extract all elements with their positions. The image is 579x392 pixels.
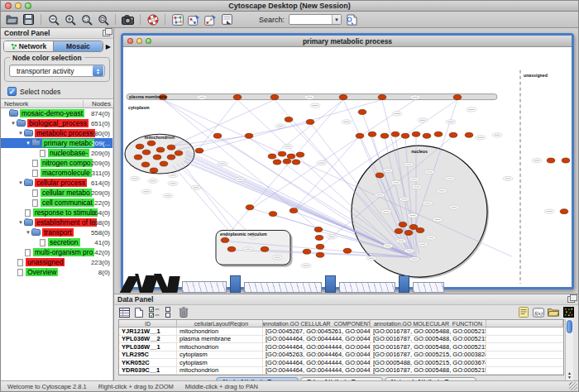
search-input-combo[interactable]: ▼ [289, 14, 342, 25]
tree-item-cellular-process[interactable]: ▼cellular process614(0) [1, 178, 112, 188]
tree-item-primary-metabo[interactable]: ▼primary metabo209(... [1, 138, 112, 148]
graph-node[interactable] [233, 95, 242, 100]
tree-item-transport[interactable]: ▼transport558(0) [1, 227, 112, 237]
table-row[interactable]: YKR052Ccytoplasm[GO:0044464, GO:0044444,… [119, 359, 563, 367]
node-color-attribute-select[interactable]: transporter activity ▲▼ [9, 65, 105, 77]
graph-node[interactable] [195, 148, 203, 153]
tree-item-overview[interactable]: Overview8(0) [1, 267, 112, 277]
graph-edge[interactable] [177, 164, 247, 231]
graph-node[interactable] [167, 155, 175, 160]
zoom-fit-icon[interactable] [97, 13, 109, 26]
graph-node[interactable] [290, 208, 298, 213]
annotation-form-icon[interactable] [221, 13, 233, 26]
graph-edge[interactable] [173, 165, 229, 231]
column-header[interactable] [486, 320, 563, 327]
tab-overflow-arrow-icon[interactable]: ▶ [106, 43, 111, 50]
graph-node[interactable] [245, 133, 253, 138]
tree-item-mosaic-demo-yeast[interactable]: mosaic-demo-yeast874(0) [1, 108, 112, 118]
graph-node[interactable] [147, 141, 156, 146]
tree-item-multi-organism-pro[interactable]: multi-organism pro42(0) [1, 247, 112, 257]
tab-mosaic[interactable]: Mosaic [53, 41, 103, 51]
search-dropdown-arrow-icon[interactable]: ▼ [332, 15, 341, 24]
graph-node[interactable] [416, 227, 424, 232]
help-lifering-icon[interactable] [146, 13, 159, 26]
tree-item-unassigned[interactable]: unassigned223(0) [1, 257, 112, 267]
resize-grip[interactable] [569, 382, 577, 390]
open-session-icon[interactable] [6, 13, 18, 26]
tree-item-secretion[interactable]: secretion41(0) [1, 237, 112, 247]
float-panel-icon[interactable] [103, 30, 110, 36]
graph-node[interactable] [134, 155, 142, 160]
graph-node[interactable] [399, 222, 407, 227]
graph-node[interactable] [283, 159, 291, 164]
tree-item-cellular-metabo[interactable]: cellular metabo209(0) [1, 188, 112, 198]
graph-node[interactable] [306, 119, 314, 124]
unselect-attributes-icon[interactable] [163, 307, 175, 318]
table-scrollbar[interactable]: ▲▼ [565, 319, 573, 380]
graph-node[interactable] [423, 133, 431, 138]
tree-disclosure-icon[interactable]: ▼ [10, 121, 17, 126]
graph-node[interactable] [449, 132, 457, 137]
graph-node[interactable] [269, 212, 277, 217]
graph-edge[interactable] [181, 162, 235, 231]
graph-node[interactable] [246, 205, 254, 210]
tree-disclosure-icon[interactable]: ▼ [17, 131, 24, 136]
graph-node[interactable] [412, 131, 420, 136]
graph-node[interactable] [343, 248, 352, 253]
graph-node[interactable] [434, 131, 443, 136]
graph-node[interactable] [315, 235, 323, 240]
graph-node[interactable] [314, 227, 323, 232]
zoom-selected-icon[interactable] [80, 13, 93, 26]
graph-node[interactable] [268, 154, 276, 159]
graph-node[interactable] [142, 150, 151, 155]
graph-node[interactable] [292, 160, 300, 165]
tree-header-network[interactable]: Network [1, 100, 84, 108]
graph-node[interactable] [356, 133, 364, 138]
graph-node[interactable] [409, 225, 418, 230]
tree-disclosure-icon[interactable]: ▼ [17, 180, 24, 185]
graph-node[interactable] [213, 133, 222, 138]
graph-node[interactable] [261, 246, 269, 251]
graph-node[interactable] [141, 162, 150, 167]
graph-node[interactable] [465, 132, 473, 137]
table-row[interactable]: YJR121W__1mitochondrion[GO:0045267, GO:0… [119, 327, 563, 336]
advanced-search-icon[interactable] [346, 13, 358, 26]
graph-node[interactable] [368, 131, 376, 136]
save-session-icon[interactable] [22, 13, 35, 26]
tree-disclosure-icon[interactable]: ▼ [17, 220, 24, 225]
graph-node[interactable] [270, 95, 279, 100]
table-row[interactable]: YPL036W__1mitochondrion[GO:0044464, GO:0… [119, 343, 563, 351]
graph-edge[interactable] [294, 136, 360, 210]
graph-node[interactable] [227, 246, 236, 251]
import-attributes-folder-icon[interactable] [548, 307, 559, 318]
search-input[interactable] [290, 16, 332, 23]
tree-item-macromolecule[interactable]: macromolecule311(0) [1, 168, 112, 178]
attribute-notes-icon[interactable] [518, 307, 529, 318]
tree-item-nitrogen-compo[interactable]: nitrogen compo209(0) [1, 158, 112, 168]
graph-node[interactable] [378, 95, 386, 100]
graph-node[interactable] [287, 154, 295, 159]
graph-node[interactable] [380, 133, 389, 138]
vizmapper-icon[interactable] [171, 13, 184, 26]
graph-node[interactable] [278, 151, 286, 156]
graph-node[interactable] [160, 161, 168, 166]
tree-item-establishment-of-lo[interactable]: ▼establishment of lo558(0) [1, 218, 112, 227]
graph-node[interactable] [404, 230, 413, 235]
snapshot-camera-icon[interactable] [122, 13, 134, 26]
graph-node[interactable] [150, 168, 158, 173]
graph-node[interactable] [296, 152, 304, 157]
select-attributes-icon[interactable] [148, 307, 160, 318]
new-attribute-icon[interactable] [133, 307, 145, 318]
graph-node[interactable] [562, 158, 570, 163]
graph-edge[interactable] [225, 100, 343, 238]
column-header[interactable]: _cellularLayoutRegion [177, 320, 263, 327]
network-canvas[interactable]: plasma membranecytoplasmmitochondrionnuc… [123, 47, 572, 287]
table-row[interactable]: YDR039C__1mitochondrion[GO:0044464, GO:0… [119, 367, 563, 375]
tab-network[interactable]: Network [4, 41, 53, 51]
graph-node[interactable] [316, 252, 324, 257]
delete-attribute-trash-icon[interactable] [178, 307, 189, 318]
graph-node[interactable] [358, 109, 366, 114]
tree-disclosure-icon[interactable]: ▼ [25, 230, 31, 235]
graph-node[interactable] [273, 160, 281, 165]
graph-node[interactable] [156, 147, 165, 152]
